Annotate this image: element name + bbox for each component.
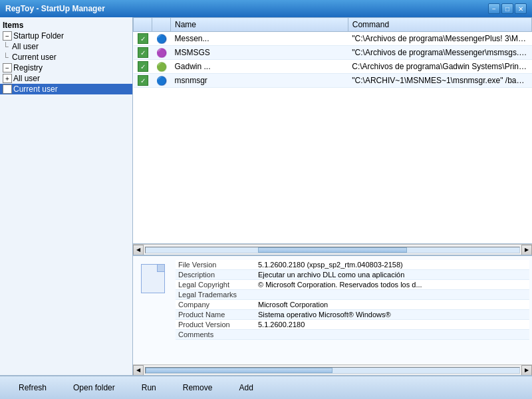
row-checkbox-2[interactable]: ✓: [134, 60, 152, 74]
check-icon-2: ✓: [138, 61, 148, 72]
sidebar-label-all-user-1: All user: [12, 42, 39, 51]
row-command-1: "C:\Archivos de programa\Messenger\msmsg…: [348, 46, 531, 60]
right-panel: Name Command ✓ 🔵 Messen... "C:\Archivos …: [133, 17, 532, 375]
row-name-1: MSMSGS: [171, 46, 348, 60]
connector-2: └: [3, 53, 12, 62]
table-header-row: Name Command: [134, 18, 532, 32]
detail-hscroll-track[interactable]: [145, 367, 520, 374]
content-area: Items − Startup Folder └ All user └ Curr…: [0, 17, 532, 375]
col-name: Name: [171, 18, 348, 32]
detail-value-2: © Microsoft Corporation. Reservados todo…: [255, 280, 529, 290]
expander-all-user-2[interactable]: +: [3, 74, 12, 83]
detail-hscroll-thumb[interactable]: [146, 368, 332, 373]
detail-label-6: Product Version: [176, 320, 255, 330]
row-name-2: Gadwin ...: [171, 60, 348, 74]
sidebar-item-startup-folder[interactable]: − Startup Folder: [0, 31, 132, 41]
col-icon: [152, 18, 171, 32]
detail-icon-area: [133, 256, 173, 364]
check-icon-3: ✓: [138, 75, 148, 86]
row-appicon-1: 🟣: [152, 46, 171, 60]
sidebar-item-current-user-2[interactable]: + Current user: [0, 84, 132, 94]
detail-value-4: Microsoft Corporation: [255, 300, 529, 310]
detail-row: Legal Copyright © Microsoft Corporation.…: [176, 280, 529, 290]
sidebar-label-registry: Registry: [13, 63, 43, 72]
hscroll-track[interactable]: [145, 247, 520, 253]
run-button[interactable]: Run: [128, 380, 170, 395]
check-icon-0: ✓: [138, 33, 148, 44]
row-command-3: "C:\ARCHIV~1\MSNMES~1\msnmsgr.exe" /back…: [348, 74, 531, 88]
detail-label-1: Description: [176, 270, 255, 280]
detail-label-0: File Version: [176, 260, 255, 270]
row-command-0: "C:\Archivos de programa\MessengerPlus! …: [348, 32, 531, 46]
table-container[interactable]: Name Command ✓ 🔵 Messen... "C:\Archivos …: [133, 17, 532, 244]
table-hscrollbar[interactable]: ◀ ▶: [133, 244, 532, 255]
sidebar-label-current-user-2: Current user: [13, 84, 58, 94]
sidebar-label-startup-folder: Startup Folder: [13, 31, 64, 41]
detail-hscroll-left-btn[interactable]: ◀: [133, 365, 144, 376]
sidebar-item-all-user-1[interactable]: └ All user: [0, 41, 132, 52]
hscroll-left-btn[interactable]: ◀: [133, 245, 144, 255]
minimize-button[interactable]: −: [488, 3, 500, 14]
refresh-button[interactable]: Refresh: [5, 380, 60, 395]
detail-value-1: Ejecutar un archivo DLL como una aplicac…: [255, 270, 529, 280]
title-bar: RegToy - StartUp Manager − □ ✕: [0, 0, 532, 17]
detail-info: File Version 5.1.2600.2180 (xpsp_sp2_rtm…: [173, 256, 532, 364]
hscroll-thumb[interactable]: [258, 247, 408, 253]
expander-startup-folder[interactable]: −: [3, 31, 12, 41]
startup-table: Name Command ✓ 🔵 Messen... "C:\Archivos …: [133, 17, 532, 88]
detail-value-5: Sistema operativo Microsoft® Windows®: [255, 310, 529, 320]
detail-hscroll-right-btn[interactable]: ▶: [521, 365, 532, 376]
table-row[interactable]: ✓ 🔵 msnmsgr "C:\ARCHIV~1\MSNMES~1\msnmsg…: [134, 74, 532, 88]
maximize-button[interactable]: □: [501, 3, 513, 14]
check-icon-1: ✓: [138, 47, 148, 58]
close-button[interactable]: ✕: [515, 3, 527, 14]
detail-row: Company Microsoft Corporation: [176, 300, 529, 310]
row-checkbox-1[interactable]: ✓: [134, 46, 152, 60]
detail-table: File Version 5.1.2600.2180 (xpsp_sp2_rtm…: [176, 260, 529, 340]
sidebar-label-all-user-2: All user: [13, 74, 40, 83]
row-name-3: msnmsgr: [171, 74, 348, 88]
row-checkbox-3[interactable]: ✓: [134, 74, 152, 88]
toolbar: Refresh Open folder Run Remove Add: [0, 375, 532, 399]
sidebar: Items − Startup Folder └ All user └ Curr…: [0, 17, 133, 375]
detail-label-7: Comments: [176, 330, 255, 340]
row-command-2: C:\Archivos de programa\Gadwin Systems\P…: [348, 60, 531, 74]
detail-label-4: Company: [176, 300, 255, 310]
detail-panel: File Version 5.1.2600.2180 (xpsp_sp2_rtm…: [133, 255, 532, 364]
expander-registry[interactable]: −: [3, 63, 12, 72]
expander-current-user-2[interactable]: +: [3, 84, 12, 94]
detail-row: Comments: [176, 330, 529, 340]
detail-value-3: [255, 290, 529, 300]
row-checkbox-0[interactable]: ✓: [134, 32, 152, 46]
detail-label-3: Legal Trademarks: [176, 290, 255, 300]
detail-hscrollbar[interactable]: ◀ ▶: [133, 364, 532, 375]
title-bar-text: RegToy - StartUp Manager: [5, 4, 105, 13]
table-row[interactable]: ✓ 🟢 Gadwin ... C:\Archivos de programa\G…: [134, 60, 532, 74]
col-command: Command: [348, 18, 531, 32]
detail-label-2: Legal Copyright: [176, 280, 255, 290]
table-row[interactable]: ✓ 🟣 MSMSGS "C:\Archivos de programa\Mess…: [134, 46, 532, 60]
row-appicon-0: 🔵: [152, 32, 171, 46]
detail-row: Product Name Sistema operativo Microsoft…: [176, 310, 529, 320]
detail-row: Product Version 5.1.2600.2180: [176, 320, 529, 330]
remove-button[interactable]: Remove: [170, 380, 226, 395]
open-folder-button[interactable]: Open folder: [60, 380, 128, 395]
title-bar-buttons: − □ ✕: [488, 3, 527, 14]
detail-value-6: 5.1.2600.2180: [255, 320, 529, 330]
detail-value-0: 5.1.2600.2180 (xpsp_sp2_rtm.040803-2158): [255, 260, 529, 270]
detail-row: File Version 5.1.2600.2180 (xpsp_sp2_rtm…: [176, 260, 529, 270]
row-appicon-3: 🔵: [152, 74, 171, 88]
table-row[interactable]: ✓ 🔵 Messen... "C:\Archivos de programa\M…: [134, 32, 532, 46]
main-container: Items − Startup Folder └ All user └ Curr…: [0, 17, 532, 399]
col-check: [134, 18, 152, 32]
detail-row: Description Ejecutar un archivo DLL como…: [176, 270, 529, 280]
sidebar-item-registry[interactable]: − Registry: [0, 63, 132, 73]
sidebar-label-current-user-1: Current user: [12, 53, 57, 62]
add-button[interactable]: Add: [225, 380, 266, 395]
sidebar-item-current-user-1[interactable]: └ Current user: [0, 52, 132, 63]
connector-1: └: [3, 42, 12, 51]
hscroll-right-btn[interactable]: ▶: [521, 245, 532, 255]
file-icon: [141, 264, 165, 293]
sidebar-item-all-user-2[interactable]: + All user: [0, 73, 132, 84]
detail-row: Legal Trademarks: [176, 290, 529, 300]
